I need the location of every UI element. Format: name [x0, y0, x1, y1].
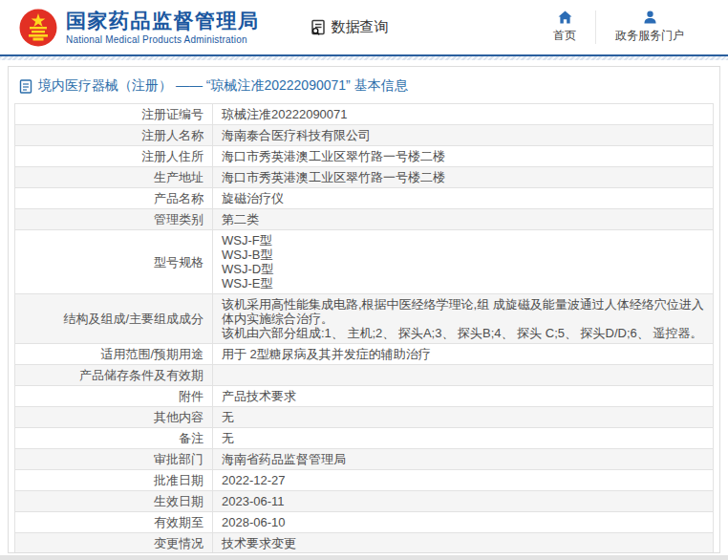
row-value: 产品技术要求 — [213, 386, 714, 407]
table-row: 型号规格 WSJ-F型 WSJ-B型 WSJ-D型 WSJ-E型 — [15, 230, 714, 294]
table-row: 审批部门 海南省药品监督管理局 — [15, 449, 714, 470]
footer-strip — [0, 555, 728, 560]
row-value: 旋磁治疗仪 — [213, 188, 714, 209]
row-label: 备注 — [15, 428, 213, 449]
nav-gov-portal[interactable]: 政务服务门户 — [595, 11, 703, 44]
row-label: 注册人名称 — [15, 125, 213, 146]
row-value: 无 — [213, 407, 714, 428]
row-label: 批准日期 — [15, 470, 213, 491]
row-value: 该机采用高性能集成电路,根据中医经络学理论,组 成旋磁及能量波通过人体经络穴位进… — [213, 294, 714, 344]
content-panel: 境内医疗器械（注册） —— “琼械注准20222090071” 基本信息 注册证… — [8, 66, 720, 553]
table-row: 生效日期 2023-06-11 — [15, 491, 714, 512]
row-label: 审批部门 — [15, 449, 213, 470]
nav-gov-portal-label: 政务服务门户 — [615, 28, 684, 44]
table-row: 其他内容 无 — [15, 407, 714, 428]
row-value: 海口市秀英港澳工业区翠竹路一号楼二楼 — [213, 146, 714, 167]
table-row: 附件 产品技术要求 — [15, 386, 714, 407]
row-label: 适用范围/预期用途 — [15, 344, 213, 365]
nav-data-query-label: 数据查询 — [332, 18, 389, 36]
row-label: 有效期至 — [15, 512, 213, 533]
national-emblem-icon — [19, 9, 57, 47]
site-header: 国家药品监督管理局 National Medical Products Admi… — [0, 0, 728, 54]
row-label: 结构及组成/主要组成成分 — [15, 294, 213, 344]
nav-data-query[interactable]: 数据查询 — [310, 18, 389, 36]
row-label: 注册证编号 — [15, 104, 213, 125]
document-icon — [19, 79, 32, 94]
table-row: 产品名称 旋磁治疗仪 — [15, 188, 714, 209]
row-label: 变更情况 — [15, 533, 213, 554]
table-row: 注册人名称 海南泰合医疗科技有限公司 — [15, 125, 714, 146]
row-label: 产品储存条件及有效期 — [15, 365, 213, 386]
table-row: 结构及组成/主要组成成分 该机采用高性能集成电路,根据中医经络学理论,组 成旋磁… — [15, 294, 714, 344]
row-value — [213, 365, 714, 386]
row-value: 2022-12-27 — [213, 470, 714, 491]
registration-info-table: 注册证编号 琼械注准20222090071 注册人名称 海南泰合医疗科技有限公司… — [14, 103, 714, 553]
header-divider-hatch — [0, 56, 728, 60]
row-label: 注册人住所 — [15, 146, 213, 167]
breadcrumb: 境内医疗器械（注册） —— “琼械注准20222090071” 基本信息 — [14, 67, 714, 103]
row-label: 其他内容 — [15, 407, 213, 428]
nav-home[interactable]: 首页 — [534, 11, 595, 44]
row-value: 用于 2型糖尿病及其并发症的辅助治疗 — [213, 344, 714, 365]
breadcrumb-text: 境内医疗器械（注册） —— “琼械注准20222090071” 基本信息 — [38, 77, 408, 95]
row-value: WSJ-F型 WSJ-B型 WSJ-D型 WSJ-E型 — [213, 230, 714, 294]
site-subtitle: National Medical Products Administration — [66, 34, 260, 45]
table-row: 有效期至 2028-06-10 — [15, 512, 714, 533]
row-value: 海南泰合医疗科技有限公司 — [213, 125, 714, 146]
row-label: 管理类别 — [15, 209, 213, 230]
row-value: 海南省药品监督管理局 — [213, 449, 714, 470]
site-title: 国家药品监督管理局 — [66, 10, 260, 32]
table-row: 产品储存条件及有效期 — [15, 365, 714, 386]
row-value: 2023-06-11 — [213, 491, 714, 512]
row-value: 2028-06-10 — [213, 512, 714, 533]
row-value: 第二类 — [213, 209, 714, 230]
row-value: 无 — [213, 428, 714, 449]
home-icon — [558, 11, 572, 24]
row-label: 产品名称 — [15, 188, 213, 209]
nav-home-label: 首页 — [553, 28, 576, 44]
site-title-block: 国家药品监督管理局 National Medical Products Admi… — [66, 10, 260, 44]
table-row: 注册证编号 琼械注准20222090071 — [15, 104, 714, 125]
person-icon — [643, 11, 657, 24]
row-label: 生产地址 — [15, 167, 213, 188]
table-row: 生产地址 海口市秀英港澳工业区翠竹路一号楼二楼 — [15, 167, 714, 188]
row-label: 生效日期 — [15, 491, 213, 512]
table-row: 注册人住所 海口市秀英港澳工业区翠竹路一号楼二楼 — [15, 146, 714, 167]
header-right-nav: 首页 政务服务门户 — [534, 11, 703, 44]
row-label: 附件 — [15, 386, 213, 407]
document-search-icon — [310, 19, 327, 36]
table-row: 批准日期 2022-12-27 — [15, 470, 714, 491]
row-value: 海口市秀英港澳工业区翠竹路一号楼二楼 — [213, 167, 714, 188]
table-row: 备注 无 — [15, 428, 714, 449]
table-row: 管理类别 第二类 — [15, 209, 714, 230]
row-value: 琼械注准20222090071 — [213, 104, 714, 125]
row-value: 技术要求变更 — [213, 533, 714, 554]
row-label: 型号规格 — [15, 230, 213, 294]
table-row: 变更情况 技术要求变更 — [15, 533, 714, 554]
table-row: 适用范围/预期用途 用于 2型糖尿病及其并发症的辅助治疗 — [15, 344, 714, 365]
